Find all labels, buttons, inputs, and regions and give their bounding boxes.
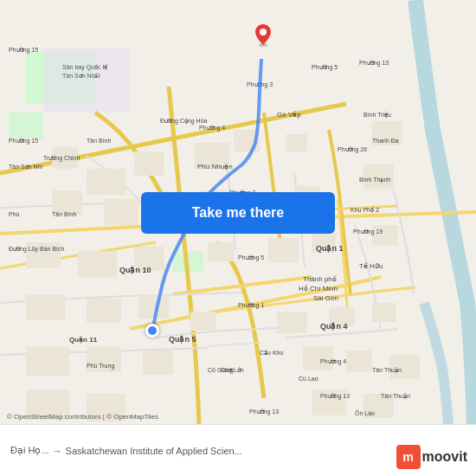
svg-point-90 [260,29,267,35]
svg-rect-35 [143,351,173,375]
svg-text:Quận 1: Quận 1 [316,244,344,253]
svg-text:Quận 5: Quận 5 [169,335,196,344]
svg-rect-32 [372,303,396,322]
svg-text:Bình Thạnh: Bình Thạnh [359,177,390,183]
svg-text:Phường 4: Phường 4 [199,125,225,132]
svg-text:Phường 15: Phường 15 [9,138,38,145]
svg-text:Chợ Lớn: Chợ Lớn [221,367,244,374]
svg-text:Hồ Chí Minh: Hồ Chí Minh [299,285,338,293]
svg-rect-28 [138,294,169,318]
svg-text:Thanh Đa: Thanh Đa [372,138,399,144]
svg-rect-2 [9,113,43,138]
svg-text:Ôn Lào: Ôn Lào [355,409,375,416]
svg-text:Gò Vấp: Gò Vấp [277,111,301,119]
svg-text:Phường 19: Phường 19 [353,228,383,235]
to-label: Saskatchewan Institute of Applied Scien.… [66,446,242,456]
svg-text:Phường 13: Phường 13 [359,60,389,67]
svg-rect-12 [286,134,307,151]
bottom-bar: Đại Họ... → Saskatchewan Institute of Ap… [0,424,476,476]
svg-text:Sài Gòn: Sài Gòn [313,294,338,302]
svg-text:Cù Lao: Cù Lao [299,376,318,382]
svg-text:Sân bay Quốc tế: Sân bay Quốc tế [62,64,108,71]
svg-rect-22 [208,242,234,261]
svg-rect-15 [104,199,138,225]
svg-rect-30 [277,312,307,333]
svg-text:Đường Lũy Bán Bích: Đường Lũy Bán Bích [9,246,65,253]
svg-text:Phường 13: Phường 13 [320,393,350,400]
svg-text:Quận 4: Quận 4 [320,322,348,331]
svg-rect-29 [190,312,216,331]
moovit-logo-text: moovit [422,449,467,465]
map-attribution: © OpenStreetMap contributors | © OpenMap… [7,413,158,421]
svg-text:Tân Thuận: Tân Thuận [381,393,410,400]
svg-text:Thành phố: Thành phố [303,275,337,283]
svg-text:Đường Cộng Hòa: Đường Cộng Hòa [160,118,208,125]
svg-rect-33 [26,346,69,376]
svg-text:Tân Bình: Tân Bình [87,138,112,144]
svg-rect-26 [26,294,65,320]
svg-text:Phường 4: Phường 4 [320,358,346,365]
svg-text:Phường 5: Phường 5 [312,64,338,71]
svg-text:Phú Nhuận: Phú Nhuận [197,163,233,170]
from-label: Đại Họ... [10,445,49,456]
moovit-logo-icon: m [396,445,421,469]
svg-text:Phường 5: Phường 5 [238,254,264,261]
svg-rect-27 [87,299,121,323]
svg-text:Phú Trung: Phú Trung [87,363,114,370]
moovit-logo: m moovit [396,445,467,469]
origin-dot [145,324,159,338]
svg-rect-20 [78,251,117,277]
svg-rect-4 [43,48,130,113]
svg-text:Bình Triệu: Bình Triệu [363,112,391,119]
take-me-there-button[interactable]: Take me there [141,192,335,234]
map-container: Sân bay Quốc tế Tân Sơn Nhất [0,0,476,424]
svg-text:Phú: Phú [9,211,20,217]
svg-text:Tế Hữu: Tế Hữu [359,262,383,270]
svg-text:Trường Chinh: Trường Chinh [43,155,80,162]
svg-text:Tân Thuận: Tân Thuận [372,367,402,374]
svg-text:Quận 10: Quận 10 [119,266,151,274]
route-arrow: → [53,446,62,456]
svg-text:Cầu Kho: Cầu Kho [260,350,283,356]
svg-rect-8 [87,169,125,195]
svg-text:Tân Sơn Nhất: Tân Sơn Nhất [62,73,100,79]
destination-pin [255,24,271,43]
svg-text:Phường 13: Phường 13 [249,408,279,415]
svg-text:Quận 11: Quận 11 [69,336,98,344]
svg-rect-37 [346,351,372,372]
svg-text:Phường 26: Phường 26 [338,146,367,153]
svg-text:Khu Phố 2: Khu Phố 2 [351,207,379,213]
svg-text:Phường 1: Phường 1 [238,302,264,309]
svg-text:Phường 15: Phường 15 [9,47,38,54]
svg-text:Tân Sơn Nhì: Tân Sơn Nhì [9,164,42,170]
svg-text:Tân Bình: Tân Bình [52,211,77,217]
svg-rect-9 [134,151,164,176]
svg-rect-23 [268,238,299,262]
